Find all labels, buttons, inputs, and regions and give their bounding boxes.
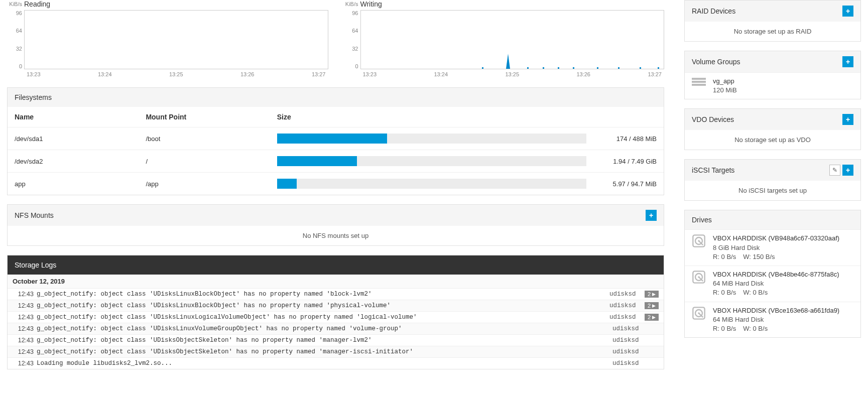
drive-desc: 64 MiB Hard Disk bbox=[713, 315, 853, 324]
drive-item[interactable]: VBOX HARDDISK (VBce163e68-a661fda9) 64 M… bbox=[685, 302, 860, 338]
chevron-right-icon: ▶ bbox=[652, 315, 656, 320]
storage-logs-panel: Storage Logs October 12, 2019 12:43 g_ob… bbox=[7, 255, 664, 369]
drive-name: VBOX HARDDISK (VB948a6c67-03320aaf) bbox=[713, 234, 853, 243]
plus-icon: + bbox=[846, 7, 850, 15]
fs-usage-bar bbox=[277, 134, 586, 144]
pencil-icon: ✎ bbox=[832, 167, 837, 174]
iscsi-empty: No iSCSI targets set up bbox=[685, 181, 860, 200]
vg-item-name: vg_app bbox=[713, 77, 853, 86]
log-time: 12:43 bbox=[13, 325, 37, 332]
log-row[interactable]: 12:43 g_object_notify: object class 'UDi… bbox=[8, 289, 664, 300]
log-time: 12:43 bbox=[13, 314, 37, 321]
iscsi-panel: iSCSI Targets ✎ + No iSCSI targets set u… bbox=[684, 159, 861, 201]
log-count-badge[interactable]: 2▶ bbox=[645, 314, 659, 321]
col-name: Name bbox=[8, 107, 139, 127]
log-source: udisksd bbox=[612, 325, 648, 332]
log-count-badge[interactable]: 2▶ bbox=[645, 291, 659, 298]
log-time: 12:43 bbox=[13, 302, 37, 309]
raid-panel: RAID Devices + No storage set up as RAID bbox=[684, 0, 861, 42]
reading-chart-area bbox=[24, 10, 328, 69]
log-row[interactable]: 12:43 g_object_notify: object class 'UDi… bbox=[8, 346, 664, 358]
drive-rw: R: 0 B/sW: 150 B/s bbox=[713, 252, 853, 261]
vg-title: Volume Groups bbox=[692, 58, 740, 66]
fs-usage-bar bbox=[277, 179, 586, 189]
log-message: g_object_notify: object class 'UDisksLin… bbox=[37, 302, 609, 309]
writing-chart-title: Writing bbox=[360, 0, 382, 8]
writing-y-axis: 96 64 32 0 bbox=[343, 10, 360, 69]
log-row[interactable]: 12:43 g_object_notify: object class 'UDi… bbox=[8, 335, 664, 346]
edit-iscsi-button[interactable]: ✎ bbox=[829, 165, 840, 176]
add-vdo-button[interactable]: + bbox=[842, 114, 853, 125]
drives-title: Drives bbox=[692, 216, 712, 224]
chevron-right-icon: ▶ bbox=[652, 303, 656, 308]
vdo-panel: VDO Devices + No storage set up as VDO bbox=[684, 108, 861, 150]
chevron-right-icon: ▶ bbox=[652, 292, 656, 297]
log-message: g_object_notify: object class 'UDisksLin… bbox=[37, 291, 609, 298]
log-source: udisksd bbox=[609, 314, 645, 321]
filesystems-title: Filesystems bbox=[15, 93, 52, 101]
log-time: 12:43 bbox=[13, 348, 37, 355]
log-row[interactable]: 12:43 g_object_notify: object class 'UDi… bbox=[8, 312, 664, 323]
logs-title: Storage Logs bbox=[15, 261, 56, 269]
filesystem-row[interactable]: /dev/sda1 /boot 174 / 488 MiB bbox=[8, 127, 664, 150]
col-size: Size bbox=[270, 107, 664, 127]
vdo-title: VDO Devices bbox=[692, 115, 734, 123]
vdo-empty: No storage set up as VDO bbox=[685, 130, 860, 150]
fs-name: app bbox=[8, 173, 139, 195]
add-raid-button[interactable]: + bbox=[842, 6, 853, 17]
drive-desc: 8 GiB Hard Disk bbox=[713, 243, 853, 252]
log-row[interactable]: 12:43 g_object_notify: object class 'UDi… bbox=[8, 300, 664, 312]
fs-name: /dev/sda1 bbox=[8, 127, 139, 150]
filesystems-panel: Filesystems Name Mount Point Size /dev/s… bbox=[7, 87, 664, 195]
nfs-panel: NFS Mounts + No NFS mounts set up bbox=[7, 204, 664, 246]
reading-chart: KiB/s Reading 96 64 32 0 13:23 13:24 13:… bbox=[7, 0, 328, 77]
plus-icon: + bbox=[846, 58, 850, 66]
nfs-empty: No NFS mounts set up bbox=[8, 226, 664, 245]
io-charts: KiB/s Reading 96 64 32 0 13:23 13:24 13:… bbox=[7, 0, 664, 77]
fs-mount: /app bbox=[139, 173, 270, 195]
volume-group-icon bbox=[692, 77, 706, 86]
fs-usage-bar bbox=[277, 156, 586, 166]
hard-disk-icon bbox=[692, 306, 706, 320]
writing-chart: KiB/s Writing 96 64 32 0 bbox=[343, 0, 665, 77]
drive-item[interactable]: VBOX HARDDISK (VB948a6c67-03320aaf) 8 Gi… bbox=[685, 229, 860, 266]
plus-icon: + bbox=[846, 166, 850, 174]
log-time: 12:43 bbox=[13, 337, 37, 344]
drive-desc: 64 MiB Hard Disk bbox=[713, 279, 853, 288]
reading-chart-title: Reading bbox=[24, 0, 50, 8]
iscsi-title: iSCSI Targets bbox=[692, 166, 734, 174]
hard-disk-icon bbox=[692, 234, 706, 248]
fs-size-text: 5.97 / 94.7 MiB bbox=[596, 180, 657, 188]
filesystem-row[interactable]: app /app 5.97 / 94.7 MiB bbox=[8, 173, 664, 195]
add-nfs-button[interactable]: + bbox=[646, 210, 657, 221]
col-mount: Mount Point bbox=[139, 107, 270, 127]
writing-chart-area bbox=[360, 10, 665, 69]
nfs-title: NFS Mounts bbox=[15, 211, 54, 219]
drive-name: VBOX HARDDISK (VBe48be46c-8775fa8c) bbox=[713, 270, 853, 279]
log-time: 12:43 bbox=[13, 360, 37, 367]
add-iscsi-button[interactable]: + bbox=[842, 165, 853, 176]
writing-x-axis: 13:23 13:24 13:25 13:26 13:27 bbox=[360, 71, 665, 77]
log-row[interactable]: 12:43 g_object_notify: object class 'UDi… bbox=[8, 323, 664, 335]
drive-rw: R: 0 B/sW: 0 B/s bbox=[713, 324, 853, 333]
drives-panel: Drives VBOX HARDDISK (VB948a6c67-03320aa… bbox=[684, 210, 861, 338]
log-count-badge[interactable]: 2▶ bbox=[645, 302, 659, 309]
log-source: udisksd bbox=[609, 291, 645, 298]
raid-title: RAID Devices bbox=[692, 7, 735, 15]
vg-item[interactable]: vg_app 120 MiB bbox=[685, 72, 860, 99]
fs-size-text: 174 / 488 MiB bbox=[596, 135, 657, 143]
drive-item[interactable]: VBOX HARDDISK (VBe48be46c-8775fa8c) 64 M… bbox=[685, 266, 860, 302]
add-vg-button[interactable]: + bbox=[842, 56, 853, 67]
filesystems-table: Name Mount Point Size /dev/sda1 /boot 17… bbox=[8, 107, 664, 195]
log-message: Loading module libudisks2_lvm2.so... bbox=[37, 360, 612, 367]
writing-unit: KiB/s bbox=[343, 1, 360, 7]
log-message: g_object_notify: object class 'UDisksObj… bbox=[37, 337, 612, 344]
fs-mount: /boot bbox=[139, 127, 270, 150]
log-row[interactable]: 12:43 Loading module libudisks2_lvm2.so.… bbox=[8, 358, 664, 369]
filesystem-row[interactable]: /dev/sda2 / 1.94 / 7.49 GiB bbox=[8, 150, 664, 173]
reading-unit: KiB/s bbox=[7, 1, 24, 7]
raid-empty: No storage set up as RAID bbox=[685, 22, 860, 41]
plus-icon: + bbox=[649, 211, 653, 219]
log-source: udisksd bbox=[609, 302, 645, 309]
logs-date: October 12, 2019 bbox=[8, 275, 664, 289]
